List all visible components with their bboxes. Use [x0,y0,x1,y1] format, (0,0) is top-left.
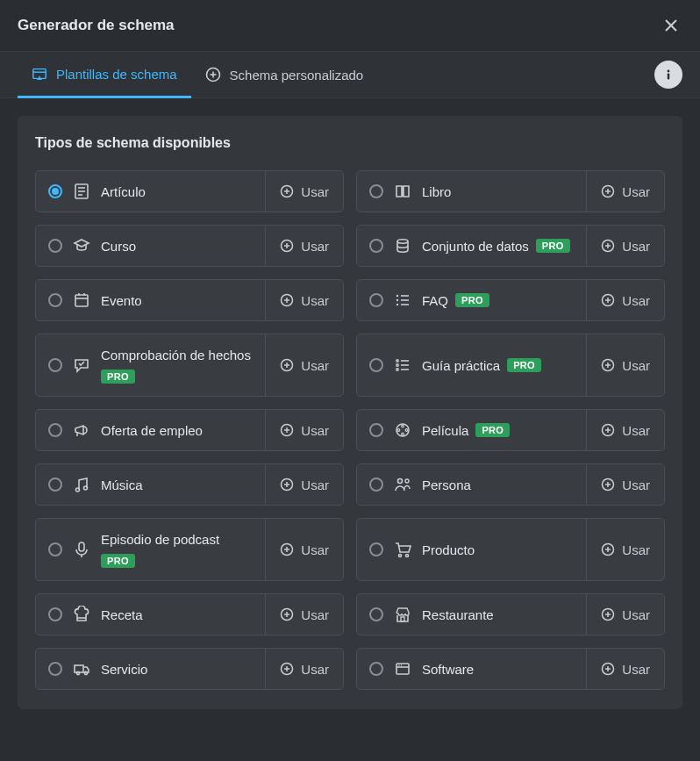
radio-recipe[interactable] [48,607,62,621]
schema-type-label: Restaurante [422,607,494,622]
schema-type-label-wrap: Servicio [101,662,147,677]
schema-type-label-wrap: Producto [422,542,475,557]
close-icon [662,17,680,34]
schema-type-select-faq[interactable]: FAQPRO [357,280,586,320]
schema-type-label: Artículo [101,184,146,199]
use-button-product[interactable]: Usar [586,519,664,580]
schema-type-label: Producto [422,542,475,557]
use-button-movie[interactable]: Usar [586,410,664,450]
use-button-faq[interactable]: Usar [586,280,664,320]
schema-type-select-movie[interactable]: PelículaPRO [357,410,586,450]
schema-type-select-software[interactable]: Software [357,649,586,689]
radio-course[interactable] [48,239,62,253]
tab-templates-label: Plantillas de schema [56,67,177,82]
schema-type-select-book[interactable]: Libro [357,171,586,212]
schema-type-select-event[interactable]: Evento [36,280,265,320]
use-label: Usar [301,239,329,254]
plus-circle-icon [601,184,615,198]
radio-person[interactable] [369,477,383,492]
use-button-podcast[interactable]: Usar [265,519,343,580]
schema-type-select-podcast[interactable]: Episodio de podcastPRO [36,519,265,580]
use-button-service[interactable]: Usar [265,649,343,689]
schema-type-card-restaurant: RestauranteUsar [356,593,665,635]
use-button-factcheck[interactable]: Usar [265,334,343,396]
use-button-article[interactable]: Usar [265,171,343,212]
radio-restaurant[interactable] [369,607,383,621]
use-label: Usar [301,184,329,199]
music-icon [73,476,90,493]
use-button-howto[interactable]: Usar [586,334,664,396]
use-button-jobposting[interactable]: Usar [265,410,343,450]
radio-movie[interactable] [369,423,383,437]
svg-rect-10 [668,74,669,80]
radio-howto[interactable] [369,358,383,372]
schema-type-label: Evento [101,293,142,308]
plus-circle-icon [601,358,615,372]
use-label: Usar [301,607,329,622]
radio-faq[interactable] [369,293,383,307]
radio-jobposting[interactable] [48,423,62,437]
use-button-book[interactable]: Usar [586,171,664,212]
close-button[interactable] [660,14,682,37]
schema-type-select-jobposting[interactable]: Oferta de empleo [36,410,265,450]
schema-type-select-service[interactable]: Servicio [36,649,265,689]
schema-type-select-course[interactable]: Curso [36,226,265,266]
radio-podcast[interactable] [48,542,62,556]
modal-title: Generador de schema [18,17,175,34]
schema-type-card-article: ArtículoUsar [35,170,344,212]
chef-icon [73,606,90,623]
schema-type-select-dataset[interactable]: Conjunto de datosPRO [357,226,586,266]
plus-circle-icon [205,67,221,83]
modal-content: Tipos de schema disponibles ArtículoUsar… [0,98,700,761]
schema-type-label-wrap: Receta [101,607,143,622]
schema-type-label: Servicio [101,662,147,677]
schema-type-label-wrap: Software [422,662,474,677]
schema-type-card-event: EventoUsar [35,279,344,321]
section-title: Tipos de schema disponibles [35,135,665,151]
radio-music[interactable] [48,477,62,492]
book-icon [394,183,411,200]
tab-custom[interactable]: Schema personalizado [191,53,378,97]
use-button-course[interactable]: Usar [265,226,343,266]
use-button-person[interactable]: Usar [586,464,664,505]
schema-type-label-wrap: Episodio de podcastPRO [101,532,253,568]
radio-software[interactable] [369,662,383,676]
schema-type-select-factcheck[interactable]: Comprobación de hechosPRO [36,334,265,396]
schema-type-select-product[interactable]: Producto [357,519,586,580]
radio-service[interactable] [48,662,62,676]
use-button-event[interactable]: Usar [265,280,343,320]
plus-circle-icon [601,423,615,437]
schema-type-select-howto[interactable]: Guía prácticaPRO [357,334,586,396]
use-button-software[interactable]: Usar [586,649,664,689]
plus-circle-icon [601,542,615,556]
schema-type-label: Conjunto de datos [422,239,529,254]
use-button-restaurant[interactable]: Usar [586,594,664,635]
radio-factcheck[interactable] [48,358,62,372]
schema-type-select-recipe[interactable]: Receta [36,594,265,635]
schema-type-label: Comprobación de hechos [101,348,251,363]
schema-type-select-music[interactable]: Música [36,464,265,505]
schema-type-select-article[interactable]: Artículo [36,171,265,212]
use-label: Usar [622,542,650,557]
radio-book[interactable] [369,184,383,198]
use-button-dataset[interactable]: Usar [586,226,664,266]
templates-icon [32,66,47,82]
modal-header: Generador de schema [0,0,700,52]
radio-dataset[interactable] [369,239,383,253]
calendar-icon [73,291,90,309]
tab-templates[interactable]: Plantillas de schema [18,52,191,98]
info-icon [661,68,675,82]
pro-badge: PRO [475,423,510,437]
schema-type-select-restaurant[interactable]: Restaurante [357,594,586,635]
schema-panel: Tipos de schema disponibles ArtículoUsar… [18,116,682,709]
radio-product[interactable] [369,542,383,556]
info-button[interactable] [654,61,682,89]
use-button-music[interactable]: Usar [265,464,343,505]
radio-article[interactable] [48,184,62,198]
use-label: Usar [622,239,650,254]
schema-type-card-howto: Guía prácticaPROUsar [356,334,665,397]
schema-type-label-wrap: Oferta de empleo [101,423,203,438]
radio-event[interactable] [48,293,62,307]
use-button-recipe[interactable]: Usar [265,594,343,635]
schema-type-select-person[interactable]: Persona [357,464,586,505]
